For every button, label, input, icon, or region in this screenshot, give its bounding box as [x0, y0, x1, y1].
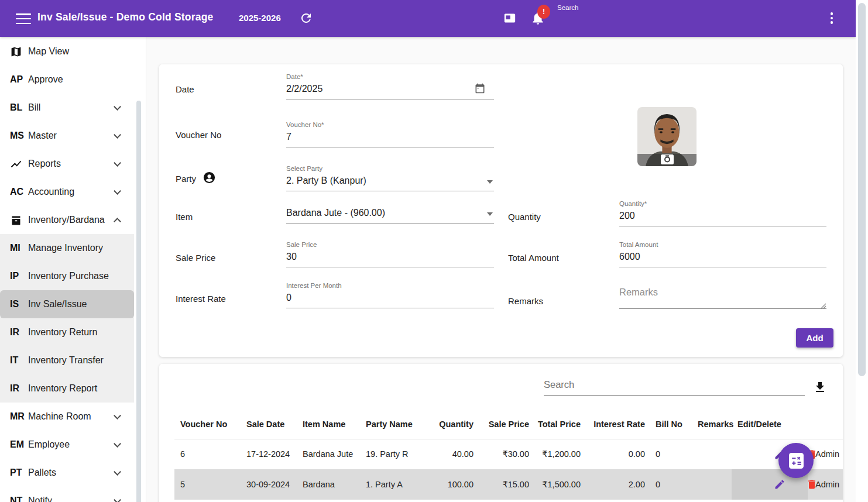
sidebar-item-inv-sale-issue[interactable]: IS Inv Sale/Issue: [0, 290, 134, 318]
sales-table: Voucher No Sale Date Item Name Party Nam…: [174, 410, 843, 500]
table-header-row: Voucher No Sale Date Item Name Party Nam…: [174, 410, 843, 439]
sale-price-input[interactable]: [286, 250, 494, 267]
page-title: Inv Sale/Issue - Demo Cold Storage: [37, 11, 214, 23]
inventory-submenu: MI Manage Inventory IP Inventory Purchas…: [0, 234, 134, 403]
item-field-block: Bardana Jute - (960.00): [286, 207, 494, 224]
sidebar-item-label: Inventory Return: [28, 327, 97, 338]
quantity-input[interactable]: [619, 209, 826, 226]
interest-rate-input[interactable]: [286, 291, 494, 308]
calendar-icon[interactable]: [474, 82, 486, 94]
add-button[interactable]: Add: [796, 328, 833, 348]
sidebar-item-inventory-report[interactable]: IR Inventory Report: [0, 374, 134, 403]
sidebar-scrollbar[interactable]: [136, 101, 141, 502]
cell-sale-price: ₹30.00: [478, 439, 534, 469]
resize-grip[interactable]: [821, 301, 826, 307]
cell-total-price: ₹1,500.00: [534, 469, 585, 500]
sidebar-item-prefix: MI: [10, 243, 28, 253]
sidebar-item-reports[interactable]: Reports: [0, 150, 146, 178]
cell-quantity: 40.00: [425, 439, 478, 469]
col-quantity: Quantity: [425, 410, 478, 439]
sale-price-floating-label: Sale Price: [286, 241, 494, 248]
cell-total-price: ₹1,200.00: [534, 439, 585, 469]
sidebar-item-manage-inventory[interactable]: MI Manage Inventory: [0, 234, 134, 262]
party-floating-label: Select Party: [286, 165, 494, 172]
map-icon: [10, 46, 28, 58]
sidebar-item-inventory-transfer[interactable]: IT Inventory Transfer: [0, 346, 134, 374]
sidebar-item-inventory-return[interactable]: IR Inventory Return: [0, 318, 134, 346]
sidebar: Map View AP Approve BL Bill MS Master Re…: [0, 37, 146, 502]
sidebar-item-pallets[interactable]: PT Pallets: [0, 459, 146, 487]
sidebar-item-label: Reports: [28, 159, 61, 169]
download-icon[interactable]: [813, 380, 827, 394]
remarks-textarea[interactable]: [619, 284, 826, 309]
sidebar-item-prefix: IR: [10, 383, 28, 394]
sidebar-item-label: Inventory Report: [28, 383, 97, 394]
date-input[interactable]: [286, 82, 494, 99]
sidebar-item-inventory-purchase[interactable]: IP Inventory Purchase: [0, 262, 134, 290]
voucher-no-input[interactable]: [286, 130, 494, 147]
total-amount-input[interactable]: [619, 250, 826, 267]
calculator-fab-button[interactable]: [778, 443, 814, 478]
chevron-down-icon: [114, 440, 121, 448]
header-search-label[interactable]: Search: [557, 4, 578, 11]
chevron-down-icon: [114, 187, 121, 195]
cell-party-name: 19. Party R: [360, 439, 425, 469]
party-select[interactable]: 2. Party B (Kanpur): [286, 174, 494, 191]
sidebar-item-label: Inventory/Bardana: [28, 215, 105, 225]
sidebar-item-map-view[interactable]: Map View: [0, 37, 146, 66]
cell-voucher-no: 6: [174, 439, 241, 469]
table-search-input[interactable]: [544, 377, 805, 396]
sidebar-item-inventory-bardana[interactable]: Inventory/Bardana: [0, 206, 146, 234]
edit-pencil-icon[interactable]: [774, 479, 785, 490]
dropdown-arrow-icon: [487, 180, 493, 184]
sidebar-item-master[interactable]: MS Master: [0, 122, 146, 150]
sidebar-item-prefix: BL: [10, 102, 28, 113]
cell-sale-date: 17-12-2024: [241, 439, 297, 469]
sidebar-item-label: Accounting: [28, 187, 74, 197]
table-row: 5 30-09-2024 Bardana 1. Party A 100.00 ₹…: [174, 469, 843, 500]
sidebar-item-employee[interactable]: EM Employee: [0, 431, 146, 459]
cell-remarks: [692, 469, 732, 500]
party-label: Party: [176, 174, 196, 184]
sidebar-item-label: Map View: [28, 46, 69, 57]
cell-item-name: Bardana: [297, 469, 360, 500]
notification-badge: !: [537, 5, 550, 19]
fiscal-year-selector[interactable]: 2025-2026: [239, 13, 281, 23]
sidebar-item-label: Inventory Transfer: [28, 355, 104, 366]
voucher-floating-label: Voucher No*: [286, 121, 494, 128]
item-select[interactable]: Bardana Jute - (960.00): [286, 207, 494, 224]
sidebar-item-prefix: IS: [10, 299, 28, 310]
menu-icon[interactable]: [16, 13, 31, 24]
interest-floating-label: Interest Per Month: [286, 282, 494, 289]
sidebar-item-machine-room[interactable]: MR Machine Room: [0, 403, 146, 431]
interest-rate-label: Interest Rate: [176, 294, 226, 304]
page-scrollbar[interactable]: [858, 3, 866, 376]
sidebar-item-notify[interactable]: NT Notify: [0, 487, 146, 502]
col-sale-price: Sale Price: [478, 410, 534, 439]
reports-chart-icon: [10, 158, 28, 170]
sidebar-item-prefix: NT: [10, 496, 28, 502]
party-photo[interactable]: [637, 107, 697, 166]
refresh-icon[interactable]: [299, 11, 313, 25]
sidebar-item-approve[interactable]: AP Approve: [0, 66, 146, 94]
sidebar-item-prefix: IT: [10, 355, 28, 366]
sidebar-item-label: Approve: [28, 74, 63, 85]
camera-icon[interactable]: [661, 154, 674, 164]
chevron-down-icon: [114, 159, 121, 167]
delete-trash-icon[interactable]: [806, 479, 818, 490]
col-party-name: Party Name: [360, 410, 425, 439]
col-bill-no: Bill No: [650, 410, 692, 439]
voucher-no-label: Voucher No: [176, 130, 221, 140]
cell-remarks: [692, 439, 732, 469]
table-search-block: [544, 377, 805, 396]
sidebar-item-label: Pallets: [28, 467, 56, 478]
col-item-name: Item Name: [297, 410, 360, 439]
inventory-box-icon: [10, 214, 28, 226]
sidebar-item-accounting[interactable]: AC Accounting: [0, 178, 146, 206]
sidebar-item-bill[interactable]: BL Bill: [0, 94, 146, 122]
contact-card-icon[interactable]: [504, 12, 516, 24]
col-edit-delete: Edit/Delete: [732, 410, 808, 439]
kebab-menu-icon[interactable]: [829, 12, 835, 25]
date-label: Date: [176, 84, 194, 94]
sidebar-item-label: Notify: [28, 496, 52, 502]
